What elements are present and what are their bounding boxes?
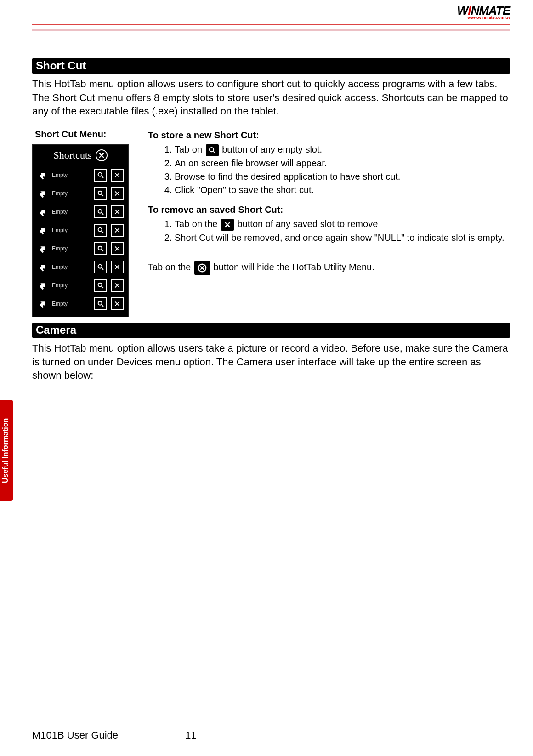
shortcut-arrow-icon bbox=[37, 261, 48, 273]
shortcut-row: Empty bbox=[36, 276, 125, 295]
search-icon[interactable] bbox=[94, 205, 107, 218]
search-icon[interactable] bbox=[94, 297, 107, 310]
header-rule-red bbox=[32, 24, 510, 25]
shortcut-slot-label: Empty bbox=[52, 301, 91, 307]
step-item: An on screen file browser will appear. bbox=[175, 157, 510, 170]
store-title: To store a new Short Cut: bbox=[148, 129, 510, 142]
svg-point-1 bbox=[98, 191, 102, 195]
svg-point-3 bbox=[98, 228, 102, 232]
search-icon[interactable] bbox=[94, 261, 107, 273]
shortcut-slot-label: Empty bbox=[52, 209, 91, 215]
shortcut-arrow-icon bbox=[37, 206, 48, 217]
step-item: Browse to find the desired application t… bbox=[175, 171, 510, 183]
winmate-logo: WINMATE www.winmate.com.tw bbox=[457, 5, 510, 20]
shortcut-panel: Shortcuts EmptyEmptyEmptyEmptyEmptyEmpty… bbox=[32, 144, 129, 317]
shortcut-slot-label: Empty bbox=[52, 264, 91, 270]
x-icon[interactable] bbox=[111, 297, 124, 310]
svg-point-5 bbox=[98, 265, 102, 268]
shortcut-row: Empty bbox=[36, 184, 125, 203]
search-icon[interactable] bbox=[94, 242, 107, 255]
header: WINMATE www.winmate.com.tw bbox=[32, 0, 510, 22]
shortcut-slot-label: Empty bbox=[52, 227, 91, 233]
x-icon bbox=[221, 219, 234, 231]
svg-point-8 bbox=[210, 148, 214, 152]
shortcut-slot-label: Empty bbox=[52, 190, 91, 197]
shortcut-row: Empty bbox=[36, 203, 125, 221]
header-rule-pink bbox=[32, 29, 510, 31]
shortcut-slot-label: Empty bbox=[52, 245, 91, 252]
shortcut-row: Empty bbox=[36, 295, 125, 313]
shortcut-menu-label: Short Cut Menu: bbox=[32, 129, 129, 140]
shortcut-intro: This HotTab menu option allows users to … bbox=[32, 77, 510, 118]
footer-page-number: 11 bbox=[185, 729, 196, 741]
x-icon[interactable] bbox=[111, 261, 124, 273]
hide-menu-icon bbox=[194, 261, 210, 275]
step-item: Tab on the button of any saved slot to r… bbox=[175, 218, 510, 231]
svg-point-4 bbox=[98, 246, 102, 250]
search-icon[interactable] bbox=[94, 279, 107, 292]
shortcut-panel-title: Shortcuts bbox=[53, 149, 91, 161]
shortcut-panel-header: Shortcuts bbox=[36, 149, 125, 161]
hide-note: Tab on the button will hide the HotTab U… bbox=[148, 261, 510, 275]
search-icon bbox=[206, 144, 219, 156]
step-item: Tab on button of any empty slot. bbox=[175, 143, 510, 156]
x-icon[interactable] bbox=[111, 187, 124, 200]
svg-point-0 bbox=[98, 173, 102, 176]
shortcut-row: Empty bbox=[36, 166, 125, 184]
shortcut-row: Empty bbox=[36, 258, 125, 276]
x-icon[interactable] bbox=[111, 242, 124, 255]
step-item: Short Cut will be removed, and once agai… bbox=[175, 232, 510, 244]
shortcut-row: Empty bbox=[36, 221, 125, 239]
footer-doc-title: M101B User Guide bbox=[32, 729, 118, 741]
search-icon[interactable] bbox=[94, 224, 107, 237]
x-icon[interactable] bbox=[111, 169, 124, 182]
shortcut-row: Empty bbox=[36, 239, 125, 258]
footer: M101B User Guide 11 bbox=[32, 729, 510, 741]
shortcut-arrow-icon bbox=[37, 298, 48, 309]
shortcut-slot-label: Empty bbox=[52, 282, 91, 289]
svg-point-2 bbox=[98, 210, 102, 213]
x-icon[interactable] bbox=[111, 224, 124, 237]
side-tab-useful-information[interactable]: Useful Information bbox=[0, 400, 13, 501]
section-title-camera: Camera bbox=[32, 323, 510, 338]
x-icon[interactable] bbox=[111, 205, 124, 218]
shortcut-arrow-icon bbox=[37, 225, 48, 236]
camera-intro: This HotTab menu option allows users tak… bbox=[32, 341, 510, 382]
close-icon[interactable] bbox=[96, 149, 108, 161]
shortcut-arrow-icon bbox=[37, 170, 48, 181]
search-icon[interactable] bbox=[94, 187, 107, 200]
store-steps-list: Tab on button of any empty slot.An on sc… bbox=[148, 143, 510, 196]
section-title-shortcut: Short Cut bbox=[32, 58, 510, 74]
svg-point-6 bbox=[98, 283, 102, 287]
x-icon[interactable] bbox=[111, 279, 124, 292]
search-icon[interactable] bbox=[94, 169, 107, 182]
remove-title: To remove an saved Short Cut: bbox=[148, 204, 510, 216]
shortcut-arrow-icon bbox=[37, 243, 48, 254]
shortcut-arrow-icon bbox=[37, 280, 48, 291]
remove-steps-list: Tab on the button of any saved slot to r… bbox=[148, 218, 510, 244]
shortcut-slot-label: Empty bbox=[52, 172, 91, 178]
step-item: Click "Open" to save the short cut. bbox=[175, 184, 510, 196]
shortcut-arrow-icon bbox=[37, 188, 48, 199]
svg-point-7 bbox=[98, 301, 102, 305]
